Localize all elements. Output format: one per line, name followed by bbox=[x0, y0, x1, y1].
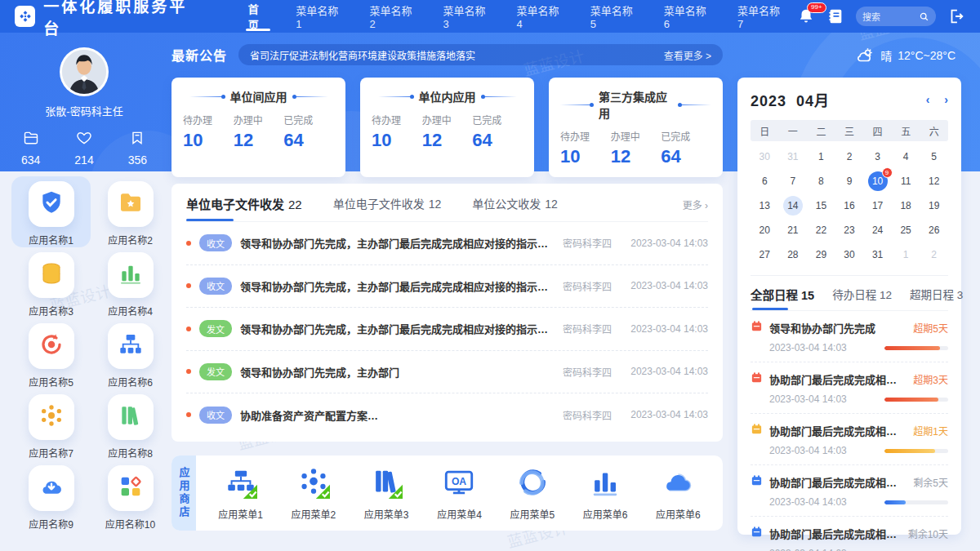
stat-col[interactable]: 已完成64 bbox=[472, 113, 523, 151]
stat-col[interactable]: 办理中12 bbox=[234, 113, 284, 151]
doc-tab[interactable]: 单位公文收发12 bbox=[472, 195, 558, 221]
calendar-day[interactable]: 26 bbox=[920, 218, 948, 242]
calendar-day[interactable]: 17 bbox=[863, 193, 892, 218]
calendar-day[interactable]: 4 bbox=[892, 144, 920, 169]
calendar-day[interactable]: 13 bbox=[751, 193, 779, 218]
calendar-day[interactable]: 14 bbox=[779, 193, 808, 218]
calendar-day-badge: 9 bbox=[882, 167, 893, 178]
calendar-day[interactable]: 30 bbox=[751, 144, 779, 169]
calendar-day[interactable]: 18 bbox=[892, 193, 920, 218]
schedule-item[interactable]: 协助部门最后完成完成相应对接…剩余5天2023-03-04 14:03 bbox=[751, 465, 948, 517]
search-input[interactable]: 搜索 bbox=[856, 7, 936, 26]
store-item-应用菜单5[interactable]: 应用菜单5 bbox=[510, 466, 555, 521]
calendar-day[interactable]: 31 bbox=[779, 144, 808, 169]
calendar-day[interactable]: 2 bbox=[920, 242, 948, 267]
calendar-day[interactable]: 16 bbox=[835, 193, 864, 218]
calendar-day[interactable]: 7 bbox=[779, 169, 808, 193]
app-item-应用名称6[interactable]: 应用名称6 bbox=[91, 318, 170, 389]
schedule-tab[interactable]: 待办日程 12 bbox=[832, 286, 892, 310]
schedule-tab[interactable]: 超期日程 3 bbox=[910, 286, 963, 310]
nav-item-菜单名称4[interactable]: 菜单名称4 bbox=[503, 0, 577, 33]
store-item-应用菜单1[interactable]: 应用菜单1 bbox=[218, 466, 263, 521]
app-item-应用名称8[interactable]: 应用名称8 bbox=[91, 389, 170, 460]
document-row[interactable]: 发文领导和协办部门先完成，主办部门最后完成完成相应对接的指示任务办件，请示文密码… bbox=[186, 308, 708, 351]
calendar-day[interactable]: 12 bbox=[920, 169, 948, 193]
announcement-more-link[interactable]: 查看更多 > bbox=[664, 48, 711, 62]
calendar-day[interactable]: 1 bbox=[892, 242, 920, 267]
stat-col[interactable]: 办理中12 bbox=[422, 113, 473, 151]
app-item-应用名称3[interactable]: 应用名称3 bbox=[11, 247, 91, 318]
document-row[interactable]: 收文协助准备资产资产配置方案…密码科李四2023-03-04 14:03 bbox=[186, 393, 708, 437]
calendar-day[interactable]: 29 bbox=[807, 242, 835, 267]
calendar-day[interactable]: 3 bbox=[863, 144, 892, 169]
schedule-item[interactable]: 协助部门最后完成完成相应对接…剩余10天2023-03-04 14:03 bbox=[751, 517, 948, 551]
stat-col[interactable]: 待办理10 bbox=[372, 113, 422, 151]
doc-tab[interactable]: 单位电子文件收发22 bbox=[186, 195, 302, 221]
calendar-day[interactable]: 23 bbox=[835, 218, 864, 242]
calendar-day[interactable]: 30 bbox=[835, 242, 864, 267]
stat-col[interactable]: 待办理10 bbox=[560, 129, 611, 167]
calendar-day[interactable]: 6 bbox=[751, 169, 779, 193]
calendar-day[interactable]: 109 bbox=[863, 169, 892, 193]
logout-button[interactable] bbox=[947, 7, 965, 25]
profile-stat[interactable]: 214 bbox=[74, 130, 93, 167]
nav-item-菜单名称5[interactable]: 菜单名称5 bbox=[577, 0, 650, 33]
calendar-day[interactable]: 19 bbox=[920, 193, 948, 218]
unread-dot bbox=[186, 241, 191, 246]
avatar[interactable] bbox=[60, 47, 109, 96]
calendar-day[interactable]: 15 bbox=[807, 193, 835, 218]
calendar-day[interactable]: 2 bbox=[835, 144, 864, 169]
calendar-day[interactable]: 31 bbox=[863, 242, 892, 267]
store-item-应用菜单2[interactable]: 应用菜单2 bbox=[292, 466, 336, 521]
app-item-应用名称1[interactable]: 应用名称1 bbox=[11, 176, 91, 247]
calendar-day[interactable]: 8 bbox=[807, 169, 835, 193]
nav-item-菜单名称3[interactable]: 菜单名称3 bbox=[430, 0, 503, 33]
nav-item-菜单名称6[interactable]: 菜单名称6 bbox=[650, 0, 724, 33]
app-item-应用名称2[interactable]: 应用名称2 bbox=[91, 176, 170, 247]
document-row[interactable]: 发文领导和协办部门先完成，主办部门密码科李四2023-03-04 14:03 bbox=[186, 351, 708, 394]
calendar-prev-button[interactable]: ‹ bbox=[926, 94, 930, 105]
nav-item-菜单名称2[interactable]: 菜单名称2 bbox=[355, 0, 429, 33]
calendar-day[interactable]: 9 bbox=[835, 169, 864, 193]
doc-tab[interactable]: 单位电子文件收发12 bbox=[333, 195, 442, 221]
schedule-tab[interactable]: 全部日程 15 bbox=[751, 286, 814, 310]
calendar-day[interactable]: 20 bbox=[751, 218, 779, 242]
app-item-应用名称9[interactable]: 应用名称9 bbox=[11, 460, 91, 531]
nav-item-菜单名称7[interactable]: 菜单名称7 bbox=[724, 0, 797, 33]
store-item-应用菜单4[interactable]: OA应用菜单4 bbox=[437, 466, 482, 521]
calendar-day[interactable]: 11 bbox=[892, 169, 920, 193]
stat-col[interactable]: 已完成64 bbox=[283, 113, 334, 151]
stat-col[interactable]: 办理中12 bbox=[611, 129, 662, 167]
nav-item-首页[interactable]: 首页 bbox=[234, 0, 283, 33]
calendar-day[interactable]: 28 bbox=[779, 242, 808, 267]
calendar-day[interactable]: 5 bbox=[920, 144, 948, 169]
app-item-应用名称7[interactable]: 应用名称7 bbox=[11, 389, 91, 460]
announcement-text[interactable]: 省司法厅促进法制化营商环境建设政策措施落地落实 bbox=[250, 48, 664, 62]
store-item-应用菜单6[interactable]: 应用菜单6 bbox=[583, 466, 628, 521]
store-item-应用菜单6[interactable]: 应用菜单6 bbox=[656, 466, 701, 521]
calendar-day[interactable]: 25 bbox=[892, 218, 920, 242]
schedule-item[interactable]: 领导和协办部门先完成超期5天2023-03-04 14:03 bbox=[751, 311, 948, 362]
app-item-应用名称4[interactable]: 应用名称4 bbox=[91, 247, 170, 318]
app-item-应用名称5[interactable]: 应用名称5 bbox=[11, 318, 91, 389]
profile-stat[interactable]: 634 bbox=[21, 130, 40, 167]
document-row[interactable]: 收文领导和协办部门先完成，主办部门最后完成完成相应对接的指示任务办件…密码科李四… bbox=[186, 222, 708, 265]
profile-stat[interactable]: 356 bbox=[128, 130, 147, 167]
store-item-应用菜单3[interactable]: 应用菜单3 bbox=[364, 466, 409, 521]
app-item-应用名称10[interactable]: 应用名称10 bbox=[91, 460, 170, 531]
calendar-day[interactable]: 27 bbox=[751, 242, 779, 267]
stat-col[interactable]: 待办理10 bbox=[183, 113, 234, 151]
calendar-day[interactable]: 1 bbox=[807, 144, 835, 169]
calendar-day[interactable]: 22 bbox=[807, 218, 835, 242]
schedule-item[interactable]: 协助部门最后完成完成相应对接…超期1天2023-03-04 14:03 bbox=[751, 414, 948, 465]
nav-item-菜单名称1[interactable]: 菜单名称1 bbox=[282, 0, 355, 33]
calendar-day[interactable]: 24 bbox=[863, 218, 892, 242]
contacts-icon[interactable] bbox=[826, 7, 844, 25]
document-row[interactable]: 收文领导和协办部门先完成，主办部门最后完成完成相应对接的指示任务办件，请示文密码… bbox=[186, 265, 708, 309]
documents-more-link[interactable]: 更多 › bbox=[683, 198, 708, 220]
notifications-button[interactable]: 99+ bbox=[797, 7, 815, 25]
stat-col[interactable]: 已完成64 bbox=[661, 129, 711, 167]
calendar-next-button[interactable]: › bbox=[944, 94, 948, 105]
calendar-day[interactable]: 21 bbox=[779, 218, 808, 242]
schedule-item[interactable]: 协助部门最后完成完成相应对接…超期3天2023-03-04 14:03 bbox=[751, 362, 948, 414]
